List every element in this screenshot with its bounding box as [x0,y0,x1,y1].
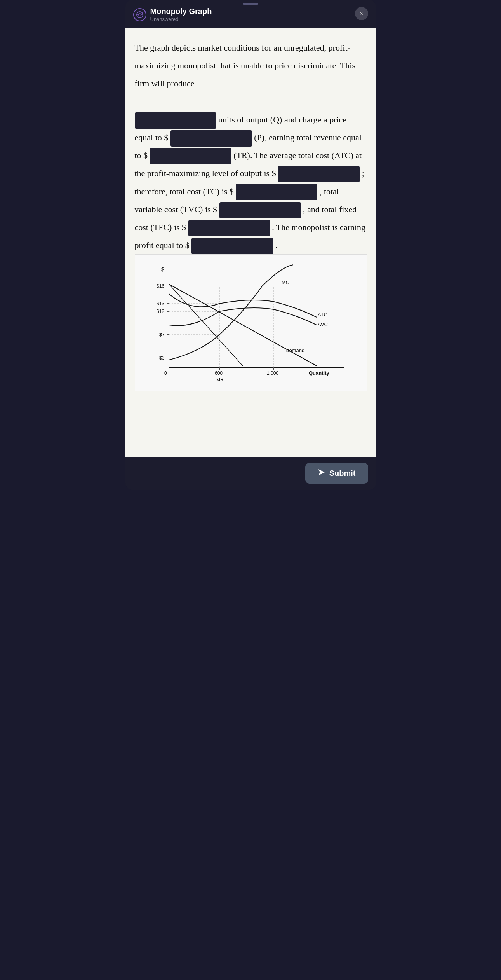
question-text: The graph depicts market conditions for … [135,39,367,254]
close-icon: × [360,10,363,17]
app-icon [133,8,146,21]
submit-button[interactable]: Submit [305,463,368,484]
header-text: Monopoly Graph Unanswered [150,7,212,22]
q-input[interactable] [135,112,216,129]
svg-text:$12: $12 [157,309,164,314]
svg-text:$: $ [161,266,164,273]
svg-text:$13: $13 [157,301,164,306]
chart-container: $ $16 $13 $12 $7 [135,254,367,391]
svg-text:MR: MR [216,377,224,383]
monopoly-chart: $ $16 $13 $12 $7 [142,263,359,387]
phrase8: . [275,240,278,250]
content-area: The graph depicts market conditions for … [125,28,376,457]
tr-input[interactable] [150,148,231,164]
svg-text:AVC: AVC [318,321,328,327]
svg-text:$7: $7 [159,332,165,337]
submit-label: Submit [329,469,356,478]
svg-text:Demand: Demand [285,348,304,353]
svg-text:$3: $3 [159,355,165,361]
tvc-input[interactable] [219,202,301,218]
svg-text:MC: MC [282,280,289,285]
intro-text: The graph depicts market conditions for … [135,43,355,88]
svg-text:1,000: 1,000 [267,370,278,376]
svg-text:Quantity: Quantity [309,370,329,376]
svg-point-1 [139,14,141,16]
svg-text:0: 0 [164,370,167,376]
header-left: Monopoly Graph Unanswered [133,7,212,22]
tfc-input[interactable] [188,220,270,236]
header-subtitle: Unanswered [150,16,212,22]
svg-marker-35 [318,469,325,475]
modal-container: Monopoly Graph Unanswered × The graph de… [125,0,376,490]
svg-text:$16: $16 [157,283,164,289]
profit-input[interactable] [191,238,273,254]
p-input[interactable] [170,130,252,147]
svg-text:ATC: ATC [318,312,327,318]
submit-icon [318,468,325,478]
drag-handle [243,3,258,5]
close-button[interactable]: × [355,7,368,20]
svg-text:600: 600 [215,370,223,376]
header-title: Monopoly Graph [150,7,212,16]
tc-input[interactable] [236,184,317,200]
atc-input[interactable] [278,166,360,182]
modal-footer: Submit [125,457,376,490]
modal-header: Monopoly Graph Unanswered × [125,0,376,28]
